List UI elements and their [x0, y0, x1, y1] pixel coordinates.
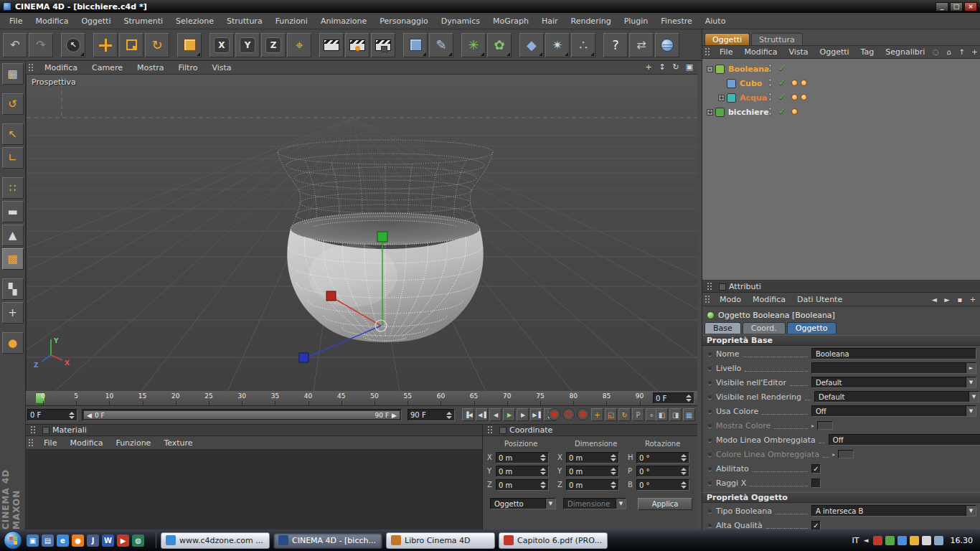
panel-grip[interactable]	[705, 47, 711, 57]
tab-oggetti[interactable]: Oggetti	[705, 33, 750, 45]
coord-spinner[interactable]	[679, 468, 687, 475]
firefox-icon[interactable]: ●	[72, 534, 84, 547]
coord-field-b-2[interactable]: 0 °	[636, 479, 689, 491]
ruler-frame-field[interactable]: 0 F	[653, 392, 694, 404]
coord-spinner[interactable]	[679, 481, 687, 489]
panel-grip[interactable]	[28, 63, 34, 72]
nurbs-generators-icon[interactable]: ✳	[461, 33, 486, 57]
section-proprieta-base[interactable]: Proprietà Base	[702, 335, 980, 346]
next-frame-button[interactable]: ▶	[517, 408, 529, 421]
rotate-view-icon[interactable]: ↻	[670, 61, 682, 72]
panel-grip[interactable]	[705, 295, 711, 304]
mostra-colore-swatch[interactable]	[817, 421, 833, 430]
timeline-options-icon[interactable]: ▦	[683, 408, 695, 421]
coord-spinner[interactable]	[608, 481, 616, 489]
scale-tool-icon[interactable]	[119, 33, 143, 57]
object-name[interactable]: bicchiere	[728, 108, 769, 117]
task-button-capitolo-6-pdf-pro[interactable]: Capitolo 6.pdf (PRO...	[499, 532, 608, 549]
view-label[interactable]: Prospettiva	[32, 77, 76, 87]
render-settings-icon[interactable]	[371, 33, 395, 57]
panel-grip[interactable]	[30, 425, 37, 435]
expander-icon[interactable]: +	[718, 95, 725, 101]
coord-field-z-2[interactable]: 0 m	[566, 479, 619, 491]
tab-coord[interactable]: Coord.	[743, 322, 786, 334]
coord-field-z-2[interactable]: 0 m	[496, 479, 549, 491]
viewport-menu-vista[interactable]: Vista	[204, 63, 238, 72]
render-active-view-icon[interactable]	[345, 33, 369, 57]
end-frame-spinner[interactable]	[444, 412, 452, 419]
next-key-button[interactable]: ▶▐	[530, 408, 542, 421]
tray-volume-icon[interactable]	[922, 536, 931, 545]
coord-field-x-0[interactable]: 0 m	[566, 452, 619, 463]
key-position-toggle[interactable]: +	[591, 408, 603, 421]
z-axis-handle[interactable]	[299, 353, 308, 362]
visibility-dots-icon[interactable]	[768, 107, 772, 117]
browser-icon[interactable]: ◍	[132, 534, 144, 547]
tray-status-icon-4[interactable]	[910, 536, 919, 545]
search-icon[interactable]: ◌	[930, 47, 941, 57]
om-menu-file[interactable]: File	[714, 47, 738, 57]
coord-field-y-1[interactable]: 0 m	[566, 466, 619, 477]
object-axis-mode-icon[interactable]: ∟	[2, 147, 24, 169]
exchange-icon[interactable]: ⇄	[629, 33, 654, 57]
menu-finestre[interactable]: Finestre	[654, 17, 698, 26]
record-keyframe-button[interactable]	[548, 408, 560, 420]
workplane-mode-icon[interactable]: +	[2, 302, 24, 324]
coord-field-y-1[interactable]: 0 m	[496, 466, 549, 477]
nome-input[interactable]: Booleana	[811, 348, 976, 359]
range-right-arrow-icon[interactable]: ▶	[392, 412, 397, 419]
menu-dynamics[interactable]: Dynamics	[435, 17, 486, 26]
axis-lock-z-icon[interactable]: Z	[261, 33, 286, 57]
redo-icon[interactable]: ↷	[29, 33, 53, 57]
viewport-canvas[interactable]: Y X Z Prospettiva	[26, 75, 697, 391]
enabled-check-icon[interactable]: ✓	[778, 92, 786, 102]
coordinate-system-icon[interactable]: ⌖	[287, 33, 311, 57]
expander-icon[interactable]: +	[707, 109, 713, 116]
spline-pen-icon[interactable]: ✎	[429, 33, 453, 57]
viewport-menu-mostra[interactable]: Mostra	[130, 63, 171, 72]
dolly-view-icon[interactable]: ↕	[656, 61, 668, 72]
range-slider-handle[interactable]: ◀ 0 F 90 F ▶	[83, 410, 400, 420]
deformers-icon[interactable]: ◆	[519, 33, 544, 57]
om-menu-modifica[interactable]: Modifica	[738, 47, 783, 57]
key-scale-toggle[interactable]: ◱	[605, 408, 617, 421]
primitive-cube-icon[interactable]	[403, 33, 428, 57]
panel-grip[interactable]	[28, 438, 34, 448]
polygons-mode-icon[interactable]: ▲	[2, 225, 24, 246]
make-editable-icon[interactable]: ↺	[2, 93, 24, 115]
menu-selezione[interactable]: Selezione	[169, 17, 220, 26]
raggi-x-checkbox[interactable]	[811, 479, 821, 488]
modo-linea-ombreggiata-select[interactable]: Off▼	[829, 434, 980, 446]
key-parameter-toggle[interactable]: P	[632, 408, 644, 421]
menu-strumenti[interactable]: Strumenti	[117, 17, 169, 26]
move-tool-icon[interactable]	[93, 33, 118, 57]
tag-icon[interactable]	[791, 108, 798, 115]
menu-animazione[interactable]: Animazione	[314, 17, 373, 26]
object-name[interactable]: Booleana	[728, 65, 769, 74]
x-axis-handle[interactable]	[326, 291, 336, 301]
maximize-button[interactable]: □	[950, 2, 963, 11]
history-back-icon[interactable]: ◄	[929, 294, 939, 304]
panel-grip[interactable]	[487, 425, 494, 435]
view-history-icon[interactable]: ▦	[2, 63, 24, 85]
hidden-icons-arrow[interactable]: ◄	[864, 537, 869, 544]
enabled-check-icon[interactable]: ✓	[778, 77, 786, 88]
word-icon[interactable]: W	[102, 534, 114, 547]
tag-icon[interactable]	[791, 80, 798, 86]
tree-row-booleana[interactable]: -Booleana✓	[702, 62, 980, 76]
tag-icon[interactable]	[801, 94, 807, 100]
coord-spinner[interactable]	[679, 454, 687, 461]
menu-hair[interactable]: Hair	[535, 17, 565, 26]
viewport-menu-filtro[interactable]: Filtro	[171, 63, 204, 72]
rotate-tool-icon[interactable]: ↻	[145, 33, 169, 57]
materials-menu-funzione[interactable]: Funzione	[109, 438, 157, 448]
tree-row-bicchiere[interactable]: +bicchiere✓	[702, 105, 980, 119]
window-switcher-icon[interactable]: ▤	[42, 534, 54, 547]
tab-base[interactable]: Base	[705, 322, 741, 334]
menu-file[interactable]: File	[3, 17, 29, 26]
panel-grip[interactable]	[707, 282, 713, 291]
lock-icon[interactable]: ▪	[955, 294, 965, 304]
render-view-icon[interactable]	[319, 33, 344, 57]
ruler-frame-spinner[interactable]	[684, 395, 692, 402]
last-used-tool-icon[interactable]	[177, 33, 202, 57]
